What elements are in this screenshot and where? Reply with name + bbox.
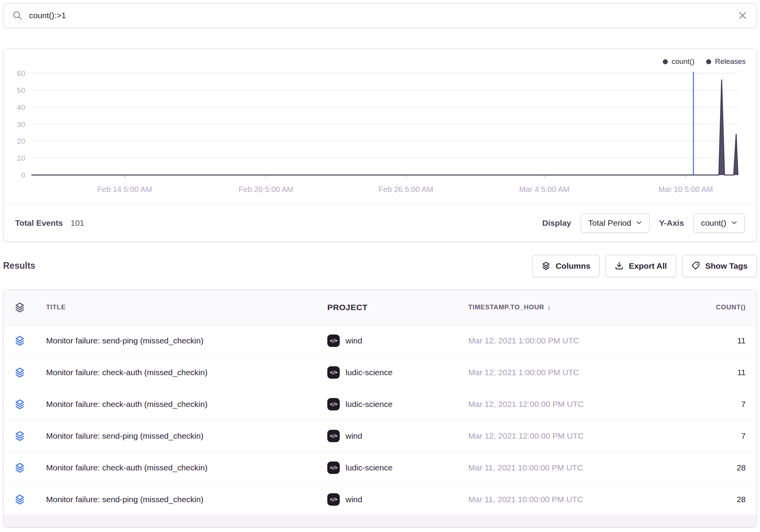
row-timestamp: Mar 12, 2021 1:00:00 PM UTC xyxy=(468,336,671,345)
svg-text:0: 0 xyxy=(21,171,25,179)
yaxis-label: Y-Axis xyxy=(659,218,684,228)
table-row[interactable]: Monitor failure: send-ping (missed_check… xyxy=(3,325,757,357)
yaxis-dropdown-value: count() xyxy=(701,218,726,228)
search-input[interactable] xyxy=(28,10,732,21)
row-project[interactable]: </> wind xyxy=(327,335,468,347)
chevron-down-icon xyxy=(731,220,737,226)
chart-footer: Total Events 101 Display Total Period Y-… xyxy=(3,204,757,242)
events-area-chart[interactable]: 0102030405060Feb 14 5:00 AMFeb 20 5:00 A… xyxy=(3,49,757,205)
layers-icon xyxy=(14,431,25,441)
project-platform-icon: </> xyxy=(327,493,340,506)
column-header-count[interactable]: COUNT() xyxy=(671,304,757,311)
download-icon xyxy=(615,261,624,270)
row-timestamp: Mar 12, 2021 12:00:00 PM UTC xyxy=(468,400,671,409)
table-row[interactable]: Monitor failure: send-ping (missed_check… xyxy=(3,420,757,452)
svg-text:Feb 26 5:00 AM: Feb 26 5:00 AM xyxy=(378,185,433,194)
row-title[interactable]: Monitor failure: send-ping (missed_check… xyxy=(36,495,327,504)
table-row[interactable]: Monitor failure: check-auth (missed_chec… xyxy=(3,452,757,484)
row-count: 11 xyxy=(671,336,757,345)
project-name: wind xyxy=(346,336,362,345)
project-name: ludic-science xyxy=(346,463,392,472)
tag-icon xyxy=(691,261,700,270)
legend-item-releases[interactable]: Releases xyxy=(706,57,746,66)
row-project[interactable]: </> wind xyxy=(327,493,468,506)
project-platform-icon: </> xyxy=(327,430,340,442)
sort-desc-icon: ↓ xyxy=(547,303,551,312)
layers-icon xyxy=(542,261,550,270)
svg-text:10: 10 xyxy=(17,154,25,162)
row-title[interactable]: Monitor failure: send-ping (missed_check… xyxy=(36,431,327,441)
columns-button-label: Columns xyxy=(555,261,590,271)
legend-label: count() xyxy=(672,57,695,66)
svg-text:40: 40 xyxy=(17,103,25,112)
svg-text:50: 50 xyxy=(17,86,25,94)
row-project[interactable]: </> ludic-science xyxy=(327,462,468,474)
row-count: 11 xyxy=(671,368,757,377)
column-header-timestamp[interactable]: TIMESTAMP.TO_HOUR ↓ xyxy=(468,303,671,312)
row-count: 7 xyxy=(671,431,757,441)
legend-dot-icon xyxy=(706,59,711,64)
layers-icon xyxy=(14,335,25,346)
layers-icon xyxy=(14,302,25,313)
row-timestamp: Mar 11, 2021 10:00:00 PM UTC xyxy=(468,463,671,472)
legend-dot-icon xyxy=(663,59,668,64)
chart-legend: count() Releases xyxy=(663,57,746,66)
chevron-down-icon xyxy=(636,220,642,226)
row-timestamp: Mar 12, 2021 1:00:00 PM UTC xyxy=(468,368,671,377)
layers-icon xyxy=(14,462,25,473)
export-all-button-label: Export All xyxy=(629,261,667,271)
table-row[interactable]: Monitor failure: send-ping (missed_check… xyxy=(3,484,757,515)
show-tags-button[interactable]: Show Tags xyxy=(682,255,757,277)
table-header-row: TITLE PROJECT TIMESTAMP.TO_HOUR ↓ COUNT(… xyxy=(3,290,757,325)
row-timestamp: Mar 11, 2021 10:00:00 PM UTC xyxy=(468,495,671,504)
events-chart-panel: count() Releases 0102030405060Feb 14 5:0… xyxy=(3,48,757,242)
columns-button[interactable]: Columns xyxy=(532,255,600,277)
row-project[interactable]: </> ludic-science xyxy=(327,366,468,379)
project-platform-icon: </> xyxy=(327,366,340,379)
row-title[interactable]: Monitor failure: send-ping (missed_check… xyxy=(36,336,327,345)
project-name: wind xyxy=(346,495,362,504)
display-dropdown-value: Total Period xyxy=(588,218,631,228)
svg-text:Mar 4 5:00 AM: Mar 4 5:00 AM xyxy=(519,185,569,194)
table-row[interactable]: Monitor failure: check-auth (missed_chec… xyxy=(3,388,757,420)
close-icon[interactable] xyxy=(738,11,747,20)
svg-text:Feb 20 5:00 AM: Feb 20 5:00 AM xyxy=(239,185,293,194)
yaxis-dropdown[interactable]: count() xyxy=(693,213,745,233)
svg-text:Mar 10 5:00 AM: Mar 10 5:00 AM xyxy=(658,185,713,194)
layers-icon xyxy=(14,399,25,410)
table-body: Monitor failure: send-ping (missed_check… xyxy=(3,325,757,515)
legend-label: Releases xyxy=(715,57,746,66)
total-events-value: 101 xyxy=(70,218,84,228)
legend-item-count[interactable]: count() xyxy=(663,57,695,66)
row-count: 7 xyxy=(671,400,757,409)
row-title[interactable]: Monitor failure: check-auth (missed_chec… xyxy=(36,368,327,377)
column-header-project[interactable]: PROJECT xyxy=(327,303,468,312)
row-title[interactable]: Monitor failure: check-auth (missed_chec… xyxy=(36,400,327,409)
results-heading: Results xyxy=(3,261,35,271)
export-all-button[interactable]: Export All xyxy=(605,255,676,277)
row-count: 28 xyxy=(671,463,757,472)
svg-text:Feb 14 5:00 AM: Feb 14 5:00 AM xyxy=(97,185,152,194)
project-name: ludic-science xyxy=(346,400,392,409)
display-dropdown[interactable]: Total Period xyxy=(581,213,650,233)
search-icon xyxy=(13,11,22,20)
search-bar xyxy=(3,3,757,28)
table-footer xyxy=(3,515,757,527)
row-project[interactable]: </> ludic-science xyxy=(327,398,468,410)
table-row[interactable]: Monitor failure: check-auth (missed_chec… xyxy=(3,357,757,388)
results-header: Results Columns Export All Show Tags xyxy=(3,242,757,290)
row-project[interactable]: </> wind xyxy=(327,430,468,442)
svg-text:30: 30 xyxy=(17,120,25,129)
results-table: TITLE PROJECT TIMESTAMP.TO_HOUR ↓ COUNT(… xyxy=(3,290,757,527)
column-header-title[interactable]: TITLE xyxy=(36,304,327,311)
row-title[interactable]: Monitor failure: check-auth (missed_chec… xyxy=(36,463,327,472)
layers-icon xyxy=(14,367,25,378)
project-platform-icon: </> xyxy=(327,398,340,410)
svg-text:20: 20 xyxy=(17,137,25,145)
total-events-label: Total Events xyxy=(15,218,63,228)
project-name: ludic-science xyxy=(346,368,392,377)
row-timestamp: Mar 12, 2021 12:00:00 PM UTC xyxy=(468,431,671,441)
display-label: Display xyxy=(542,218,571,228)
show-tags-button-label: Show Tags xyxy=(705,261,748,271)
project-platform-icon: </> xyxy=(327,335,340,347)
